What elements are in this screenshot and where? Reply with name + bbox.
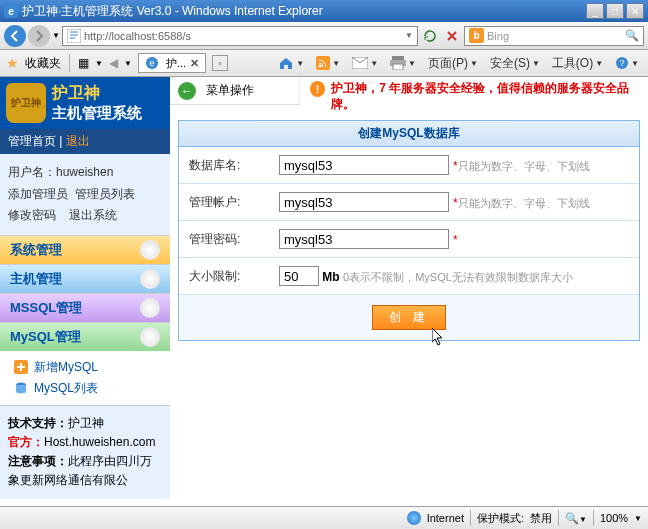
maximize-button[interactable]: □ bbox=[606, 3, 624, 19]
link-add-admin[interactable]: 添加管理员 bbox=[8, 187, 68, 201]
crumb-label: 菜单操作 bbox=[206, 82, 254, 99]
new-tab-icon[interactable]: ▫ bbox=[212, 55, 228, 71]
size-unit: Mb bbox=[322, 270, 339, 284]
url-text: http://localhost:6588/s bbox=[84, 30, 191, 42]
nav-logout[interactable]: 退出 bbox=[66, 134, 90, 148]
favorites-bar: ★ 收藏夹 ▦▼ ◀▼ e 护... ✕ ▫ ▼ ▼ ▼ ▼ 页面(P) ▼ 安… bbox=[0, 50, 648, 77]
svg-rect-8 bbox=[393, 64, 403, 70]
brand-line1: 护卫神 bbox=[52, 83, 142, 104]
gear-icon bbox=[140, 298, 160, 318]
sub-add-mysql[interactable]: 新增MySQL bbox=[0, 357, 170, 378]
stop-button[interactable] bbox=[442, 26, 462, 46]
password-label: 管理密码: bbox=[189, 229, 279, 248]
print-button[interactable]: ▼ bbox=[387, 56, 419, 70]
db-name-input[interactable] bbox=[279, 155, 449, 175]
svg-rect-6 bbox=[392, 56, 404, 60]
svg-text:?: ? bbox=[620, 58, 625, 68]
protect-mode-value: 禁用 bbox=[530, 511, 552, 526]
help-button[interactable]: ?▼ bbox=[612, 56, 642, 70]
sub-mysql-list[interactable]: MySQL列表 bbox=[0, 378, 170, 399]
shield-icon: 护卫神 bbox=[6, 83, 46, 123]
menu-tools[interactable]: 工具(O) ▼ bbox=[549, 55, 606, 72]
mail-button[interactable]: ▼ bbox=[349, 57, 381, 69]
nav-mssql[interactable]: MSSQL管理 bbox=[0, 293, 170, 322]
nav-host[interactable]: 主机管理 bbox=[0, 264, 170, 293]
user-info: 用户名：huweishen 添加管理员 管理员列表 修改密码 退出系统 bbox=[0, 154, 170, 235]
page-icon bbox=[67, 29, 81, 43]
minimize-button[interactable]: _ bbox=[586, 3, 604, 19]
nav-home[interactable]: 管理首页 bbox=[8, 134, 56, 148]
db-name-label: 数据库名: bbox=[189, 155, 279, 174]
create-mysql-form: 创建MySQL数据库 数据库名: *只能为数字、字母、下划线 管理帐户: *只能… bbox=[178, 120, 640, 341]
account-input[interactable] bbox=[279, 192, 449, 212]
home-button[interactable]: ▼ bbox=[275, 55, 307, 71]
favorites-star-icon[interactable]: ★ bbox=[6, 55, 19, 71]
gear-icon bbox=[140, 269, 160, 289]
brand-logo: 护卫神 护卫神 主机管理系统 bbox=[0, 77, 170, 129]
password-input[interactable] bbox=[279, 229, 449, 249]
nav-system[interactable]: 系统管理 bbox=[0, 235, 170, 264]
refresh-button[interactable] bbox=[420, 26, 440, 46]
tab-label: 护... bbox=[166, 56, 186, 71]
protect-mode-label: 保护模式: bbox=[477, 511, 524, 526]
account-label: 管理帐户: bbox=[189, 192, 279, 211]
svg-rect-3 bbox=[316, 56, 330, 70]
tab-close-icon[interactable]: ✕ bbox=[190, 57, 199, 70]
window-titlebar: e 护卫神·主机管理系统 Ver3.0 - Windows Internet E… bbox=[0, 0, 648, 22]
main-panel: ← 菜单操作 ! 护卫神，7 年服务器安全经验，值得信赖的服务器安全品牌。 创建… bbox=[170, 77, 648, 506]
bing-icon: b bbox=[469, 28, 484, 43]
link-admin-list[interactable]: 管理员列表 bbox=[75, 187, 135, 201]
close-button[interactable]: ✕ bbox=[626, 3, 644, 19]
zone-label: Internet bbox=[427, 512, 464, 524]
globe-icon bbox=[407, 511, 421, 525]
ie-icon: e bbox=[4, 4, 18, 18]
svg-point-4 bbox=[319, 65, 322, 68]
menu-safety[interactable]: 安全(S) ▼ bbox=[487, 55, 543, 72]
svg-text:e: e bbox=[149, 58, 154, 68]
nav-mysql[interactable]: MySQL管理 bbox=[0, 322, 170, 351]
search-placeholder: Bing bbox=[487, 30, 509, 42]
create-button[interactable]: 创 建 bbox=[372, 305, 445, 330]
gear-icon bbox=[140, 240, 160, 260]
zoom-level[interactable]: 100% bbox=[600, 512, 628, 524]
menu-page[interactable]: 页面(P) ▼ bbox=[425, 55, 481, 72]
back-arrow-icon[interactable]: ← bbox=[178, 82, 196, 100]
link-change-pwd[interactable]: 修改密码 bbox=[8, 208, 56, 222]
gear-icon bbox=[140, 327, 160, 347]
brand-line2: 主机管理系统 bbox=[52, 104, 142, 123]
zoom-icon[interactable]: 🔍▼ bbox=[565, 512, 587, 525]
size-limit-input[interactable] bbox=[279, 266, 319, 286]
sidebar: 护卫神 护卫神 主机管理系统 管理首页 | 退出 用户名：huweishen 添… bbox=[0, 77, 170, 506]
warning-icon: ! bbox=[310, 81, 325, 97]
support-box: 技术支持：护卫神 官方：Host.huweishen.com 注意事项：此程序由… bbox=[0, 405, 170, 499]
size-limit-label: 大小限制: bbox=[189, 266, 279, 285]
favorites-label[interactable]: 收藏夹 bbox=[25, 55, 61, 72]
feeds-button[interactable]: ▼ bbox=[313, 56, 343, 70]
window-title: 护卫神·主机管理系统 Ver3.0 - Windows Internet Exp… bbox=[22, 3, 323, 20]
alert-message: ! 护卫神，7 年服务器安全经验，值得信赖的服务器安全品牌。 bbox=[300, 77, 648, 116]
status-bar: Internet 保护模式: 禁用 🔍▼ 100% ▼ bbox=[0, 506, 648, 529]
url-input[interactable]: http://localhost:6588/s ▼ bbox=[62, 26, 418, 46]
nav-back-button[interactable] bbox=[4, 25, 26, 47]
address-bar: ▼ http://localhost:6588/s ▼ b Bing 🔍 bbox=[0, 22, 648, 50]
form-title: 创建MySQL数据库 bbox=[179, 121, 639, 147]
search-box[interactable]: b Bing 🔍 bbox=[464, 26, 644, 46]
nav-forward-button[interactable] bbox=[28, 25, 50, 47]
svg-rect-0 bbox=[67, 29, 81, 43]
link-exit-sys[interactable]: 退出系统 bbox=[69, 208, 117, 222]
nav-dropdown-icon[interactable]: ▼ bbox=[52, 31, 60, 40]
browser-tab[interactable]: e 护... ✕ bbox=[138, 53, 206, 73]
grid-icon[interactable]: ▦ bbox=[78, 56, 89, 70]
